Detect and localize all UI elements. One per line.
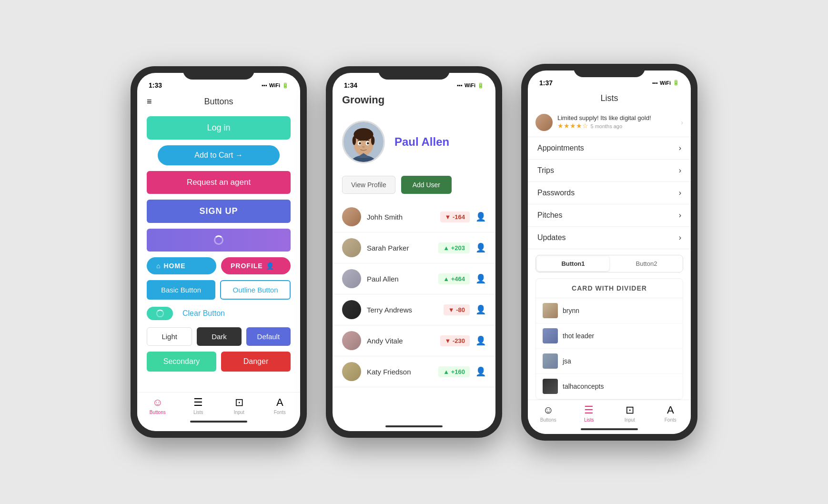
phone3-content: Lists Limited supply! Its like digital g… — [528, 91, 691, 434]
default-button[interactable]: Default — [246, 327, 291, 346]
color-row: Secondary Danger — [147, 352, 291, 372]
svg-point-9 — [359, 142, 361, 144]
add-user-button[interactable]: Add User — [401, 176, 452, 194]
user-row: Katy Friedson ▲ +160 👤 — [333, 356, 495, 387]
user-row: Paul Allen ▲ +464 👤 — [333, 263, 495, 294]
time-1: 1:33 — [149, 81, 162, 89]
updates-chevron: › — [679, 233, 681, 242]
score-terry: ▼ -80 — [444, 304, 470, 315]
menu-pitches[interactable]: Pitches › — [528, 204, 691, 227]
tab-lists[interactable]: ☰ Lists — [178, 396, 219, 415]
updates-label: Updates — [537, 233, 566, 242]
spinner-icon — [214, 235, 223, 245]
tab3-lists[interactable]: ☰ Lists — [569, 404, 610, 423]
passwords-chevron: › — [679, 189, 681, 197]
tab-bar-3: ☺ Buttons ☰ Lists ⊡ Input A Fonts — [528, 400, 691, 424]
contact-icon-johh[interactable]: 👤 — [475, 212, 486, 222]
signup-button[interactable]: SIGN UP — [147, 200, 291, 223]
input-icon-3: ⊡ — [626, 404, 634, 416]
phone-2-inner: 1:34 ▪▪▪ WiFi 🔋 Growing — [333, 73, 495, 431]
basic-outline-row: Basic Button Outline Button — [147, 280, 291, 300]
card-name-thot: thot leader — [563, 332, 594, 340]
phone-1: 1:33 ▪▪▪ WiFi 🔋 ≡ Buttons Log in Add to … — [131, 66, 307, 438]
contact-icon-katy[interactable]: 👤 — [475, 366, 486, 377]
card-list-item: talhaconcepts — [536, 374, 683, 399]
menu-updates[interactable]: Updates › — [528, 227, 691, 249]
tab3-input[interactable]: ⊡ Input — [609, 404, 650, 423]
light-button[interactable]: Light — [147, 327, 192, 346]
profile-avatar-image — [343, 121, 384, 163]
home-button[interactable]: ⌂ HOME — [147, 257, 216, 274]
fonts-icon: A — [276, 396, 283, 409]
tab-lists-label: Lists — [193, 410, 203, 415]
clear-button[interactable]: Clear Button — [182, 305, 225, 322]
review-banner[interactable]: Limited supply! Its like digital gold! ★… — [528, 108, 691, 137]
agent-button[interactable]: Request an agent — [147, 171, 291, 194]
tab-toggle: Button1 Button2 — [535, 255, 683, 272]
home-bar-3 — [581, 428, 638, 430]
tab-input-label: Input — [234, 410, 244, 415]
menu-appointments[interactable]: Appointments › — [528, 137, 691, 160]
toggle-btn-2[interactable]: Button2 — [610, 255, 683, 272]
profile-button[interactable]: PROFILE 👤 — [221, 257, 291, 274]
toggle-spinner — [156, 310, 164, 317]
notch-3 — [574, 64, 645, 77]
menu-trips[interactable]: Trips › — [528, 160, 691, 182]
contact-icon-paul[interactable]: 👤 — [475, 273, 486, 284]
growing-header: Growing — [333, 94, 495, 111]
review-stars: ★★★★☆ — [557, 122, 588, 130]
add-cart-button[interactable]: Add to Cart → — [158, 145, 280, 165]
card-name-talha: talhaconcepts — [563, 383, 604, 390]
user-name-katy: Katy Friedson — [367, 368, 433, 376]
svg-point-5 — [353, 136, 356, 145]
phone2-content: Growing — [333, 94, 495, 431]
fonts-icon-3: A — [667, 404, 674, 416]
score-sarah: ▲ +203 — [438, 242, 470, 253]
notch-2 — [378, 66, 450, 80]
home-icon: ⌂ — [156, 262, 161, 270]
toggle-clear-row: Clear Button — [147, 305, 291, 322]
tab-input[interactable]: ⊡ Input — [219, 396, 260, 415]
user-name-andy: Andy Vitale — [367, 337, 434, 345]
tab3-buttons[interactable]: ☺ Buttons — [528, 404, 569, 423]
profile-buttons: View Profile Add User — [333, 171, 495, 202]
home-indicator-3 — [528, 424, 691, 434]
user-name-sarah: Sarah Parker — [367, 244, 433, 252]
view-profile-button[interactable]: View Profile — [342, 176, 395, 194]
tab-fonts[interactable]: A Fonts — [260, 396, 301, 415]
user-name-johh: Johh Smith — [367, 213, 434, 221]
home-indicator-2 — [333, 422, 495, 431]
contact-icon-sarah[interactable]: 👤 — [475, 242, 486, 253]
basic-button[interactable]: Basic Button — [147, 280, 215, 300]
danger-button[interactable]: Danger — [221, 352, 291, 372]
card-avatar-brynn — [543, 303, 558, 318]
hamburger-icon[interactable]: ≡ — [147, 97, 152, 107]
time-2: 1:34 — [344, 81, 357, 89]
loading-button[interactable] — [147, 229, 291, 252]
user-name-terry: Terry Andrews — [367, 306, 438, 314]
user-list: Johh Smith ▼ -164 👤 Sarah Parker ▲ +203 … — [333, 202, 495, 422]
tab-buttons[interactable]: ☺ Buttons — [137, 396, 178, 415]
appointments-label: Appointments — [537, 144, 584, 152]
list-icon: ☰ — [193, 396, 203, 409]
menu-passwords[interactable]: Passwords › — [528, 182, 691, 204]
trips-label: Trips — [537, 166, 554, 175]
tab3-lists-label: Lists — [584, 417, 594, 423]
login-button[interactable]: Log in — [147, 116, 291, 140]
dark-button[interactable]: Dark — [197, 327, 241, 346]
review-avatar — [535, 114, 553, 131]
contact-icon-andy[interactable]: 👤 — [475, 335, 486, 346]
user-avatar-terry — [342, 300, 361, 319]
svg-point-10 — [367, 142, 369, 144]
secondary-button[interactable]: Secondary — [147, 352, 216, 372]
contact-icon-terry[interactable]: 👤 — [475, 304, 486, 315]
home-profile-row: ⌂ HOME PROFILE 👤 — [147, 257, 291, 274]
score-katy: ▲ +160 — [438, 366, 470, 377]
toggle-btn-1[interactable]: Button1 — [537, 256, 609, 271]
buttons-area: Log in Add to Cart → Request an agent SI… — [137, 111, 300, 392]
toggle-switch[interactable] — [147, 307, 173, 320]
tab3-fonts[interactable]: A Fonts — [650, 404, 691, 423]
trips-chevron: › — [679, 166, 681, 175]
outline-button[interactable]: Outline Button — [220, 280, 291, 300]
svg-point-6 — [371, 136, 374, 145]
